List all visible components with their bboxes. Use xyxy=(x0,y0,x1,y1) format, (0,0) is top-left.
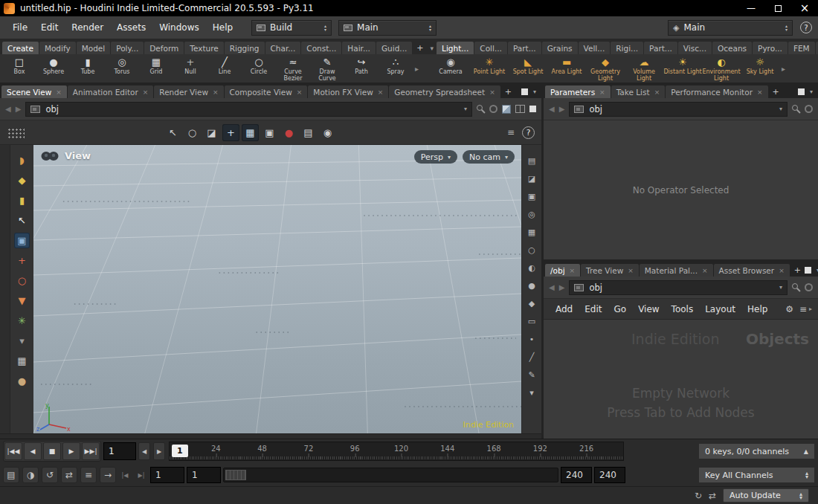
chevron-down-icon[interactable]: ▾ xyxy=(779,106,782,112)
area-light-tool[interactable]: ▬ Area Light xyxy=(547,54,586,83)
show-handles-icon[interactable]: + xyxy=(222,124,239,141)
sphere-tool[interactable]: ● Sphere xyxy=(36,54,71,83)
secure-selection-icon[interactable]: ▣ xyxy=(14,233,30,248)
line-tool[interactable]: ╱ Line xyxy=(207,54,242,83)
select-visible-icon[interactable]: ◪ xyxy=(203,124,220,141)
grid-display-icon[interactable]: ▦ xyxy=(525,225,539,239)
link-ring-icon[interactable] xyxy=(489,105,497,113)
toolbar-drag-handle-icon[interactable] xyxy=(7,127,25,138)
jump-to-end-button[interactable]: ▶▶| xyxy=(82,442,100,460)
circle-tool[interactable]: ○ Circle xyxy=(242,54,276,83)
network-editor-canvas[interactable]: Indie Edition Objects Empty Network Pres… xyxy=(544,320,818,439)
viewport-grid[interactable] xyxy=(33,145,521,433)
global-animation-options-icon[interactable]: → xyxy=(100,467,116,483)
material-display-icon[interactable]: ● xyxy=(525,279,539,293)
projection-button[interactable]: Persp ▾ xyxy=(414,150,457,164)
shelf-tab[interactable]: Const... xyxy=(301,42,341,54)
spray-tool[interactable]: ∴ Spray xyxy=(379,54,413,83)
view-tool-icon[interactable]: ● xyxy=(14,373,30,389)
next-key-button[interactable]: ▶| xyxy=(135,468,148,482)
pin-icon[interactable] xyxy=(792,283,800,291)
menu-item[interactable]: Assets xyxy=(110,19,152,36)
back-arrow-icon[interactable]: ◀ xyxy=(549,283,555,291)
spinner-icon[interactable]: ▴▾ xyxy=(324,24,326,31)
snapshot-camera-icon[interactable]: ◉ xyxy=(319,124,336,141)
next-frame-button[interactable]: ▶ xyxy=(153,442,165,460)
shelf-tab[interactable]: FEM xyxy=(788,42,815,54)
shelf-tab[interactable]: Poly... xyxy=(111,42,144,54)
audio-options-icon[interactable]: ◑ xyxy=(22,467,39,483)
menu-item[interactable]: Edit xyxy=(34,19,65,36)
path-tool[interactable]: ↪ Path xyxy=(344,54,379,83)
close-tab-icon[interactable]: × xyxy=(297,88,303,96)
frame-range-slider[interactable] xyxy=(223,468,558,482)
chevron-down-icon[interactable]: ▾ xyxy=(464,106,467,112)
point-light-tool[interactable]: ✳ Point Light xyxy=(470,54,509,83)
shelf-tab[interactable]: Rigging xyxy=(225,42,265,54)
shelf-tab[interactable]: Visc... xyxy=(678,42,712,54)
network-menu-item[interactable]: Go xyxy=(608,301,632,317)
select-mode-icon[interactable]: ↖ xyxy=(164,124,181,141)
shelf-tab[interactable]: Guid... xyxy=(376,42,412,54)
pane-layout-icon[interactable] xyxy=(515,105,525,113)
pane-menu-icon[interactable]: ▾ xyxy=(810,88,813,95)
draw-curve-tool[interactable]: ✎ Draw Curve xyxy=(310,54,344,83)
close-tab-icon[interactable]: × xyxy=(378,88,384,96)
shelf-tab[interactable]: Model xyxy=(77,42,111,54)
recent-tool-3-icon[interactable]: ▮ xyxy=(14,193,30,208)
close-tab-icon[interactable]: × xyxy=(599,88,605,96)
stop-render-icon[interactable]: ● xyxy=(280,124,297,141)
shelf-tab[interactable]: Oceans xyxy=(712,42,752,54)
scene-path-field[interactable]: obj ▾ xyxy=(25,102,472,117)
shelf-overflow-icon[interactable]: ▸ xyxy=(413,65,421,73)
rotate-tool-icon[interactable]: ○ xyxy=(14,273,30,288)
shelf-tab[interactable]: Vell... xyxy=(579,42,611,54)
shelf-tab[interactable]: Deform xyxy=(144,42,184,54)
sky-light-tool[interactable]: ☼ Sky Light xyxy=(741,54,779,83)
current-frame-marker[interactable]: 1 xyxy=(172,445,188,457)
pane-tab[interactable]: Render View × xyxy=(154,85,223,98)
pin-icon[interactable] xyxy=(477,105,485,113)
link-ring-icon[interactable] xyxy=(805,283,813,291)
params-path-field[interactable]: obj ▾ xyxy=(569,102,788,117)
select-tool-icon[interactable]: ↖ xyxy=(14,213,30,228)
current-frame-field[interactable]: 1 xyxy=(103,442,136,460)
play-forward-button[interactable]: ▶ xyxy=(62,442,80,460)
recent-tool-2-icon[interactable]: ◆ xyxy=(14,172,30,188)
close-tab-icon[interactable]: × xyxy=(779,267,785,274)
close-tab-icon[interactable]: × xyxy=(56,88,62,96)
pose-tool-icon[interactable]: ✳ xyxy=(14,313,30,329)
close-tab-icon[interactable]: × xyxy=(213,88,219,96)
move-tool-icon[interactable]: + xyxy=(14,253,30,268)
pane-tab[interactable]: Geometry Spreadsheet × xyxy=(389,85,500,98)
minimize-button[interactable]: — xyxy=(738,0,764,16)
curve-bezier-tool[interactable]: ≈ Curve Bezier xyxy=(276,54,310,83)
close-tab-icon[interactable]: × xyxy=(489,88,495,96)
shelf-tab[interactable]: Texture xyxy=(184,42,223,54)
menu-item[interactable]: Windows xyxy=(152,19,206,36)
timeline-ruler[interactable]: 24487296120144168192216 1 xyxy=(169,442,624,461)
network-menu-item[interactable]: Help xyxy=(741,301,773,317)
shelf-tab[interactable]: Part... xyxy=(644,42,677,54)
pane-tab[interactable]: Material Pal... × xyxy=(640,264,713,277)
range-slider-handle[interactable] xyxy=(225,470,246,480)
jump-to-start-button[interactable]: |◀◀ xyxy=(4,442,22,460)
shelf-tab[interactable]: Pyro... xyxy=(753,42,788,54)
render-view-icon[interactable]: ▣ xyxy=(261,124,278,141)
recent-tool-1-icon[interactable]: ◗ xyxy=(14,152,30,168)
shelf-tab[interactable]: Modify xyxy=(39,42,76,54)
previous-key-button[interactable]: |◀ xyxy=(118,468,132,482)
shelf-tab[interactable]: Hair... xyxy=(342,42,376,54)
annotate-pen-icon[interactable]: ✎ xyxy=(525,368,539,382)
close-tab-icon[interactable]: × xyxy=(654,88,660,96)
shelf-tab[interactable]: Create xyxy=(2,42,39,54)
lock-view-icon[interactable]: ▣ xyxy=(525,190,539,204)
playback-end-field[interactable]: 240 xyxy=(561,467,592,483)
add-shelf-tab-button[interactable]: + xyxy=(413,42,427,54)
realtime-toggle-icon[interactable]: ↺ xyxy=(42,467,58,483)
network-path-field[interactable]: obj ▾ xyxy=(569,280,788,295)
null-tool[interactable]: + Null xyxy=(173,54,207,83)
more-tools-icon[interactable]: ▾ xyxy=(14,333,30,349)
pin-icon[interactable] xyxy=(792,105,800,113)
pane-tab[interactable]: Composite View × xyxy=(225,85,308,98)
